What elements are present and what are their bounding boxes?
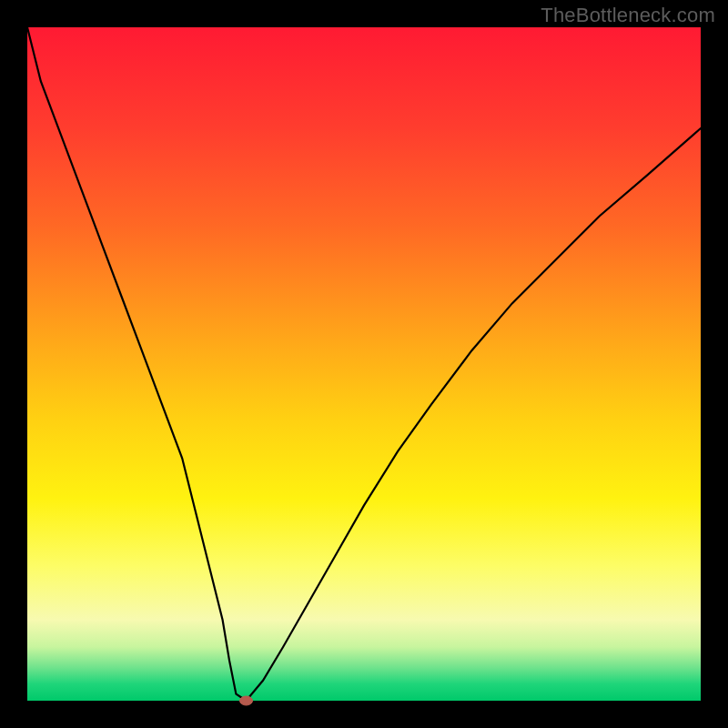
bottleneck-curve (27, 27, 701, 701)
chart-container: TheBottleneck.com (0, 0, 728, 728)
attribution-label: TheBottleneck.com (541, 4, 715, 27)
plot-area (27, 27, 701, 701)
curve-layer (27, 27, 701, 701)
optimal-marker (240, 696, 253, 705)
